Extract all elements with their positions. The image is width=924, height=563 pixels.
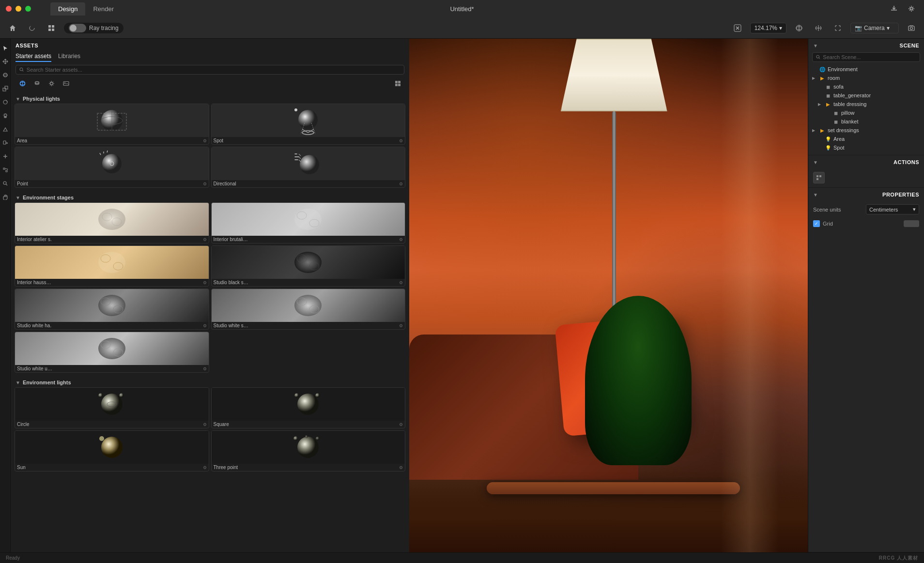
env-interior-atelier-settings-icon: ⚙ bbox=[203, 237, 207, 242]
el-threepoint-item[interactable]: Three point ⚙ bbox=[211, 430, 406, 472]
svg-point-76 bbox=[305, 435, 308, 438]
filter-image-btn[interactable] bbox=[60, 77, 72, 89]
physical-lights-title: Physical lights bbox=[23, 96, 60, 102]
pan-button[interactable] bbox=[812, 21, 825, 35]
light-directional-item[interactable]: Directional ⚙ bbox=[211, 147, 406, 188]
physical-lights-grid: Area ⚙ bbox=[11, 104, 409, 192]
env-studio-white-so-item[interactable]: Studio white so... ⚙ bbox=[211, 289, 406, 330]
scene-units-select[interactable]: Centimeters ▾ bbox=[866, 204, 919, 214]
tab-render[interactable]: Render bbox=[85, 2, 122, 15]
scale-tool-icon[interactable] bbox=[1, 84, 10, 93]
export-button[interactable] bbox=[887, 2, 901, 15]
el-square-label-row: Square ⚙ bbox=[212, 421, 405, 428]
plant bbox=[585, 296, 692, 465]
settings-button[interactable] bbox=[905, 2, 918, 15]
camera-settings-button[interactable] bbox=[905, 21, 918, 35]
env-studio-white-ha-item[interactable]: Studio white ha. ⚙ bbox=[15, 289, 209, 330]
physics-tool-icon[interactable] bbox=[1, 125, 10, 134]
tree-item-spot[interactable]: 💡 Spot bbox=[808, 143, 924, 152]
tree-item-sofa[interactable]: ◼ sofa bbox=[808, 82, 924, 91]
ray-tracing-switch[interactable] bbox=[69, 24, 86, 32]
minimize-button[interactable] bbox=[15, 6, 21, 12]
light-tool-icon[interactable] bbox=[1, 111, 10, 120]
tab-starter-assets[interactable]: Starter assets bbox=[15, 51, 51, 62]
env-interior-atelier-item[interactable]: Interior atelier s. ⚙ bbox=[15, 202, 209, 243]
grid-checkbox[interactable]: ✓ bbox=[813, 220, 820, 227]
tab-libraries[interactable]: Libraries bbox=[58, 51, 80, 62]
snap-tool-icon[interactable] bbox=[1, 166, 10, 174]
tree-set-dressings-chevron-icon: ▶ bbox=[812, 128, 817, 133]
zoom-value: 124.17% bbox=[755, 25, 777, 31]
ray-tracing-toggle[interactable]: Ray tracing bbox=[64, 23, 123, 33]
actions-section: ▼ ACTIONS bbox=[808, 155, 924, 188]
env-studio-black-item[interactable]: Studio black soft... ⚙ bbox=[211, 245, 406, 287]
light-area-item[interactable]: Area ⚙ bbox=[15, 104, 209, 145]
el-circle-item[interactable]: Circle ⚙ bbox=[15, 387, 209, 428]
env-interior-haussm-item[interactable]: Interior haussm... ⚙ bbox=[15, 245, 209, 287]
select-tool-icon[interactable] bbox=[1, 44, 10, 52]
assets-title: ASSETS bbox=[15, 43, 404, 48]
grid-color-swatch[interactable] bbox=[904, 220, 919, 227]
orbit-button[interactable] bbox=[792, 21, 806, 35]
el-sun-item[interactable]: Sun ⚙ bbox=[15, 430, 209, 472]
el-circle-label: Circle bbox=[17, 422, 30, 427]
add-tool-icon[interactable] bbox=[1, 152, 10, 161]
camera-chevron-icon: ▾ bbox=[887, 25, 890, 31]
view-preset-button[interactable] bbox=[731, 21, 744, 35]
tree-item-pillow[interactable]: ◼ pillow bbox=[808, 108, 924, 117]
el-sun-thumb bbox=[15, 431, 209, 464]
light-directional-label-row: Directional ⚙ bbox=[212, 180, 405, 187]
viewport[interactable] bbox=[409, 39, 808, 552]
filter-sphere-btn[interactable] bbox=[16, 77, 28, 89]
environment-lights-section-header[interactable]: ▼ Environment lights bbox=[11, 377, 409, 387]
actions-section-header[interactable]: ▼ ACTIONS bbox=[808, 155, 924, 169]
tab-design[interactable]: Design bbox=[50, 2, 85, 15]
filter-ring-btn[interactable] bbox=[31, 77, 43, 89]
tree-item-room[interactable]: ▶ ▶ room bbox=[808, 74, 924, 82]
scene-section-header[interactable]: ▼ SCENE bbox=[808, 39, 924, 52]
env-studio-white-um-item[interactable]: Studio white um... ⚙ bbox=[15, 332, 209, 373]
search-scene-input[interactable] bbox=[823, 54, 916, 60]
env-studio-white-so-thumb bbox=[212, 289, 405, 322]
grid-view-toggle[interactable] bbox=[392, 77, 403, 89]
svg-point-18 bbox=[4, 114, 6, 117]
home-button[interactable] bbox=[6, 21, 19, 35]
svg-point-13 bbox=[3, 73, 7, 77]
properties-section-header[interactable]: ▼ PROPERTIES bbox=[808, 188, 924, 201]
move-tool-icon[interactable] bbox=[1, 57, 10, 66]
zoom-control[interactable]: 124.17% ▾ bbox=[750, 23, 786, 33]
svg-point-67 bbox=[119, 393, 124, 398]
tree-item-environment[interactable]: 🌐 Environment bbox=[808, 65, 924, 74]
env-interior-brutalist-item[interactable]: Interior brutalist... ⚙ bbox=[211, 202, 406, 243]
hand-tool-icon[interactable] bbox=[1, 193, 10, 201]
search-assets-input[interactable] bbox=[27, 67, 400, 73]
el-sun-label: Sun bbox=[17, 465, 26, 470]
environment-stages-section-header[interactable]: ▼ Environment stages bbox=[11, 192, 409, 202]
el-sun-settings-icon: ⚙ bbox=[203, 465, 207, 470]
physical-lights-section-header[interactable]: ▼ Physical lights bbox=[11, 93, 409, 104]
paint-tool-icon[interactable] bbox=[1, 138, 10, 147]
tree-item-set-dressings[interactable]: ▶ ▶ set dressings bbox=[808, 126, 924, 135]
light-spot-item[interactable]: Spot ⚙ bbox=[211, 104, 406, 145]
env-interior-brutalist-label-row: Interior brutalist... ⚙ bbox=[212, 236, 405, 243]
tree-item-blanket[interactable]: ◼ blanket bbox=[808, 117, 924, 126]
scene-units-value: Centimeters bbox=[869, 207, 898, 213]
maximize-button[interactable] bbox=[25, 6, 31, 12]
filter-sun-btn[interactable] bbox=[46, 77, 57, 89]
actions-add-button[interactable] bbox=[813, 172, 825, 183]
undo-button[interactable] bbox=[25, 21, 39, 35]
tree-item-table-dressing[interactable]: ▶ ▶ table dressing bbox=[808, 100, 924, 108]
camera-label: Camera bbox=[864, 25, 885, 31]
frame-button[interactable] bbox=[831, 21, 845, 35]
material-tool-icon[interactable] bbox=[1, 98, 10, 107]
orbit-tool-icon[interactable] bbox=[1, 71, 10, 79]
grid-button[interactable] bbox=[45, 21, 58, 35]
close-button[interactable] bbox=[6, 6, 12, 12]
camera-select[interactable]: 📷 Camera ▾ bbox=[850, 23, 899, 33]
search-tool-icon[interactable] bbox=[1, 179, 10, 188]
el-square-item[interactable]: Square ⚙ bbox=[211, 387, 406, 428]
tree-room-label: room bbox=[828, 75, 840, 81]
tree-item-table-generator[interactable]: ◼ table_generator bbox=[808, 91, 924, 100]
light-point-item[interactable]: Point ⚙ bbox=[15, 147, 209, 188]
tree-item-area[interactable]: 💡 Area bbox=[808, 135, 924, 143]
